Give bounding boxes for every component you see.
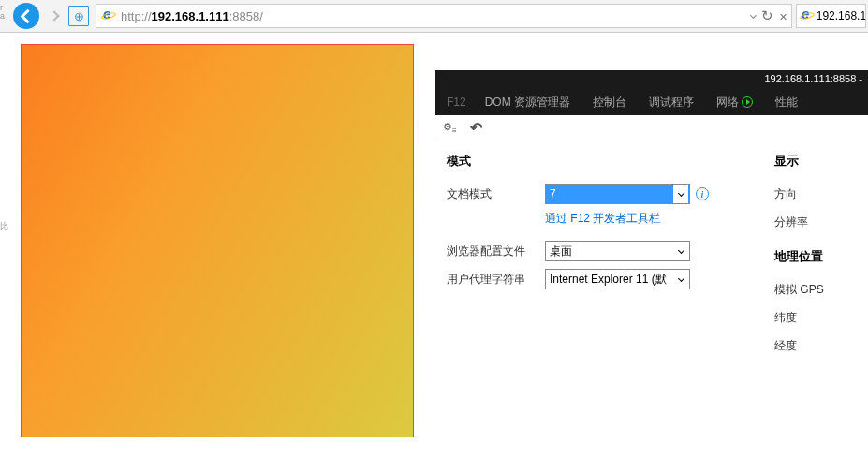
tab-debugger[interactable]: 调试程序	[638, 89, 705, 115]
devtools-tabs: F12 DOM 资源管理器 控制台 调试程序 网络 性能	[435, 89, 868, 115]
url-dropdown-icon[interactable]	[750, 11, 757, 18]
url-text: http://192.168.1.111:8858/	[121, 9, 751, 23]
label-ua-string: 用户代理字符串	[447, 272, 545, 288]
mode-column: 模式 文档模式 7 i 通过 F12 开发者工具栏 浏览器配置文件 桌面	[447, 153, 774, 474]
url-box[interactable]: http://192.168.1.111:8858/	[96, 4, 792, 28]
section-mode-title: 模式	[447, 153, 774, 170]
settings-icon[interactable]: ≡	[443, 120, 457, 135]
label-sim-gps: 模拟 GPS	[774, 282, 824, 298]
reset-icon[interactable]	[470, 119, 482, 137]
back-button[interactable]	[13, 3, 39, 29]
forward-button[interactable]	[43, 5, 66, 27]
compat-shield-button[interactable]: ⊕	[68, 6, 89, 26]
ie-icon	[800, 8, 814, 23]
label-longitude: 经度	[774, 338, 797, 354]
left-page-cut-lower: 比	[0, 33, 9, 474]
label-doc-mode: 文档模式	[447, 186, 545, 202]
label-latitude: 纬度	[774, 310, 797, 326]
display-column: 显示 方向 分辨率 地理位置 模拟 GPS 纬度 经度	[774, 153, 824, 474]
tab-f12[interactable]: F12	[435, 89, 474, 115]
back-arrow-icon	[21, 8, 36, 23]
record-icon	[742, 96, 753, 108]
address-bar: r a ⊕ http://192.168.1.111:8858/ 192.168…	[0, 0, 868, 33]
tab-network[interactable]: 网络	[705, 89, 764, 115]
devtools-body: 模式 文档模式 7 i 通过 F12 开发者工具栏 浏览器配置文件 桌面	[435, 141, 868, 474]
chevron-down-icon	[677, 274, 684, 281]
select-browser-profile[interactable]: 桌面	[545, 241, 690, 261]
refresh-button[interactable]	[761, 7, 773, 24]
label-browser-profile: 浏览器配置文件	[447, 244, 545, 259]
chevron-down-icon	[677, 189, 684, 196]
devtools-titlebar: 192.168.1.111:8858 -	[435, 70, 868, 89]
gradient-box	[21, 44, 414, 437]
link-via-f12[interactable]: 通过 F12 开发者工具栏	[545, 211, 774, 227]
left-page-cut: r a	[0, 0, 9, 33]
section-geo-title: 地理位置	[774, 248, 824, 265]
tab-console[interactable]: 控制台	[581, 89, 638, 115]
section-display-title: 显示	[774, 153, 824, 170]
label-resolution: 分辨率	[774, 215, 808, 230]
chevron-down-icon	[677, 246, 684, 253]
ie-icon	[101, 8, 116, 23]
browser-tab[interactable]: 192.168.1.	[796, 4, 866, 28]
select-ua-string[interactable]: Internet Explorer 11 (默	[545, 269, 690, 289]
label-direction: 方向	[774, 186, 797, 202]
tab-label: 192.168.1.	[817, 9, 865, 22]
rendered-page	[9, 33, 435, 474]
info-icon[interactable]: i	[696, 187, 709, 200]
content-area: 比 192.168.1.111:8858 - F12 DOM 资源管理器 控制台…	[0, 33, 868, 474]
stop-button[interactable]	[779, 8, 787, 23]
tab-dom-explorer[interactable]: DOM 资源管理器	[474, 89, 581, 115]
forward-arrow-icon	[49, 10, 59, 21]
select-doc-mode[interactable]: 7	[545, 184, 690, 204]
tab-performance[interactable]: 性能	[764, 89, 809, 115]
devtools-panel: 192.168.1.111:8858 - F12 DOM 资源管理器 控制台 调…	[435, 70, 868, 474]
devtools-toolbar: ≡	[435, 115, 868, 141]
